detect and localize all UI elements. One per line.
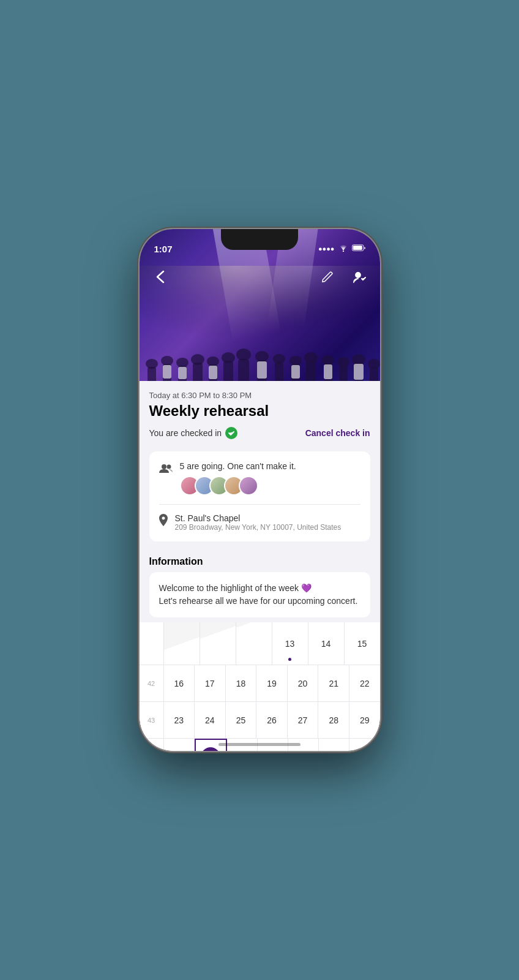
cal-day-14[interactable]: 14 xyxy=(308,622,345,665)
cal-day-20[interactable]: 20 xyxy=(288,665,319,702)
svg-point-44 xyxy=(166,465,171,469)
cal-day-27[interactable]: 27 xyxy=(288,702,319,739)
status-time: 1:07 xyxy=(154,244,173,254)
svg-point-43 xyxy=(162,464,166,469)
back-button[interactable] xyxy=(149,266,171,288)
cancel-checkin-button[interactable]: Cancel check in xyxy=(305,428,370,438)
week-num-43: 43 xyxy=(140,702,164,739)
phone-frame: 1:07 ●●●● xyxy=(140,229,380,751)
status-icons: ●●●● xyxy=(318,243,365,254)
attendees-row: 5 are going. One can't make it. xyxy=(159,461,360,496)
attendees-text: 5 are going. One can't make it. xyxy=(180,461,360,471)
cal-day-29[interactable]: 29 xyxy=(349,702,380,739)
location-pin-icon xyxy=(159,514,168,529)
location-info: St. Paul's Chapel 209 Broadway, New York… xyxy=(175,513,360,532)
svg-rect-2 xyxy=(353,246,362,250)
hero-nav xyxy=(140,266,380,288)
checkin-text: You are checked in xyxy=(149,428,222,438)
home-indicator xyxy=(218,743,301,746)
cal-day-5[interactable]: 5 xyxy=(349,739,379,751)
event-time: Today at 6:30 PM to 8:30 PM xyxy=(149,391,370,400)
wifi-icon xyxy=(338,243,348,254)
info-text: Welcome to the highlight of the week 💜 L… xyxy=(159,582,360,608)
information-card: Welcome to the highlight of the week 💜 L… xyxy=(149,572,370,617)
cal-day-19[interactable]: 19 xyxy=(256,665,288,702)
info-line-1: Welcome to the highlight of the week 💜 xyxy=(159,583,312,593)
notch xyxy=(221,229,298,250)
event-header: Today at 6:30 PM to 8:30 PM Weekly rehea… xyxy=(140,381,380,447)
checkin-row: You are checked in Cancel check in xyxy=(149,427,370,439)
location-address: 209 Broadway, New York, NY 10007, United… xyxy=(175,523,360,532)
phone-screen: 1:07 ●●●● xyxy=(140,229,380,751)
week-num-44: 44 xyxy=(140,739,164,751)
calendar-section: 13 14 15 42 16 17 18 19 20 21 xyxy=(140,622,380,751)
attendees-location-card: 5 are going. One can't make it. xyxy=(149,451,370,541)
cal-day-15[interactable]: 15 xyxy=(345,622,380,665)
avatar-group xyxy=(180,476,360,496)
week-num-42: 42 xyxy=(140,665,164,702)
cal-day-23[interactable]: 23 xyxy=(164,702,195,739)
information-section-title: Information xyxy=(140,546,380,572)
signal-icon: ●●●● xyxy=(318,245,335,252)
calendar-row-43: 43 23 24 25 26 27 28 29 xyxy=(140,702,380,739)
edit-button[interactable] xyxy=(316,266,338,288)
cal-day-21[interactable]: 21 xyxy=(318,665,349,702)
cal-day-22[interactable]: 22 xyxy=(349,665,380,702)
cal-day-16[interactable]: 16 xyxy=(164,665,195,702)
content-area: Today at 6:30 PM to 8:30 PM Weekly rehea… xyxy=(140,381,380,751)
info-line-2: Let's rehearse all we have for our upcom… xyxy=(159,596,358,606)
checkin-icon-button[interactable] xyxy=(348,266,370,288)
cal-day-28[interactable]: 28 xyxy=(318,702,349,739)
cal-day-4[interactable]: 4 xyxy=(319,739,349,751)
cal-day-17[interactable]: 17 xyxy=(195,665,226,702)
cal-day-18[interactable]: 18 xyxy=(226,665,257,702)
svg-point-42 xyxy=(356,273,360,277)
checkin-dot xyxy=(225,427,237,439)
event-title: Weekly rehearsal xyxy=(149,402,370,420)
cal-day-25[interactable]: 25 xyxy=(226,702,257,739)
location-row: St. Paul's Chapel 209 Broadway, New York… xyxy=(159,513,360,532)
cal-day-30[interactable]: 30 xyxy=(164,739,195,751)
checkin-status: You are checked in xyxy=(149,427,238,439)
cal-day-13[interactable]: 13 xyxy=(272,622,308,665)
battery-icon xyxy=(352,243,365,254)
cal-day-26[interactable]: 26 xyxy=(256,702,288,739)
svg-point-0 xyxy=(342,251,343,252)
cal-day-24[interactable]: 24 xyxy=(195,702,226,739)
attendees-icon xyxy=(159,462,173,477)
avatar xyxy=(239,476,258,496)
location-name: St. Paul's Chapel xyxy=(175,513,360,523)
divider xyxy=(159,504,360,505)
attendees-info: 5 are going. One can't make it. xyxy=(180,461,360,496)
calendar-row-42: 42 16 17 18 19 20 21 22 xyxy=(140,665,380,702)
